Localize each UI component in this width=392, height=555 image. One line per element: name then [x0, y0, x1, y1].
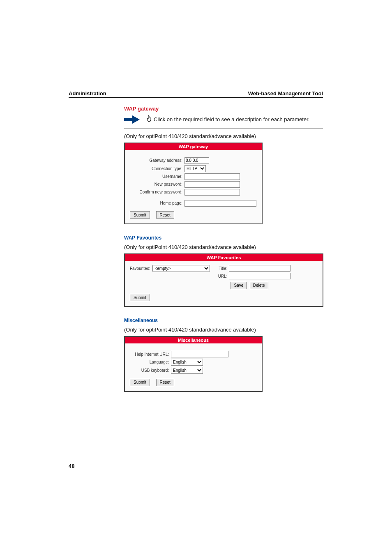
main-content: WAP gateway Click on the required field …	[124, 106, 323, 392]
gateway-address-input[interactable]	[184, 157, 209, 164]
favourites-label: Favourites:	[130, 266, 150, 271]
misc-submit-button[interactable]: Submit	[130, 379, 150, 386]
help-url-input[interactable]	[171, 351, 228, 357]
wap-gateway-availability: (Only for optiPoint 410/420 standard/adv…	[124, 133, 323, 139]
usb-keyboard-label: USB keyboard:	[125, 368, 171, 373]
header-right: Web-based Management Tool	[248, 90, 323, 97]
home-page-label: Home page:	[125, 201, 184, 205]
usb-keyboard-select[interactable]: English	[171, 367, 203, 374]
wap-gateway-submit-button[interactable]: Submit	[130, 211, 150, 219]
miscellaneous-availability: (Only for optiPoint 410/420 standard/adv…	[124, 327, 323, 333]
page-number: 48	[69, 463, 74, 469]
help-url-label: Help Internet URL:	[125, 352, 171, 357]
language-label: Language:	[125, 360, 171, 364]
miscellaneous-panel-body: Help Internet URL: Language: English USB…	[125, 343, 262, 391]
miscellaneous-title: Miscellaneous	[124, 318, 323, 323]
wap-favourites-panel-body: Favourites: <empty> Title: URL:	[125, 261, 323, 306]
wap-gateway-panel-body: Gateway address: Connection type: HTTP U…	[125, 150, 262, 224]
arrow-icon	[124, 115, 142, 124]
wap-favourites-panel-header: WAP Favourites	[125, 254, 323, 261]
note-text: Click on the required field to see a des…	[146, 115, 309, 124]
fav-submit-button[interactable]: Submit	[130, 294, 150, 301]
wap-gateway-title: WAP gateway	[124, 106, 323, 112]
misc-reset-button[interactable]: Reset	[156, 379, 174, 386]
wap-gateway-reset-button[interactable]: Reset	[156, 211, 174, 219]
language-select[interactable]: English	[171, 359, 203, 366]
separator	[124, 129, 323, 129]
note-text-content: Click on the required field to see a des…	[154, 116, 309, 122]
favourites-select[interactable]: <empty>	[152, 265, 210, 272]
fav-url-label: URL:	[215, 274, 229, 279]
connection-type-label: Connection type:	[125, 166, 184, 171]
fav-title-input[interactable]	[229, 265, 291, 272]
cursor-icon	[146, 115, 152, 124]
gateway-address-label: Gateway address:	[125, 158, 184, 163]
wap-favourites-title: WAP Favourites	[124, 235, 323, 241]
username-input[interactable]	[184, 173, 240, 180]
new-password-label: New password:	[125, 182, 184, 187]
connection-type-select[interactable]: HTTP	[184, 165, 206, 172]
wap-favourites-availability: (Only for optiPoint 410/420 standard/adv…	[124, 244, 323, 250]
wap-gateway-panel-header: WAP gateway	[125, 143, 262, 150]
fav-title-label: Title:	[215, 266, 229, 271]
new-password-input[interactable]	[184, 181, 240, 188]
fav-delete-button[interactable]: Delete	[250, 282, 268, 289]
home-page-input[interactable]	[184, 200, 256, 207]
fav-save-button[interactable]: Save	[231, 282, 247, 289]
miscellaneous-panel-header: Miscellaneous	[125, 337, 262, 343]
fav-url-input[interactable]	[229, 273, 291, 279]
confirm-password-input[interactable]	[184, 189, 240, 196]
svg-marker-1	[132, 115, 140, 124]
wap-favourites-panel: WAP Favourites Favourites: <empty> Title…	[124, 253, 323, 307]
page-header: Administration Web-based Management Tool	[69, 90, 323, 98]
miscellaneous-panel: Miscellaneous Help Internet URL: Languag…	[124, 336, 263, 392]
svg-rect-0	[124, 118, 132, 121]
username-label: Username:	[125, 174, 184, 179]
wap-gateway-panel: WAP gateway Gateway address: Connection …	[124, 143, 263, 225]
header-left: Administration	[69, 90, 106, 97]
confirm-password-label: Confirm new password:	[125, 190, 184, 194]
note-block: Click on the required field to see a des…	[124, 115, 323, 124]
